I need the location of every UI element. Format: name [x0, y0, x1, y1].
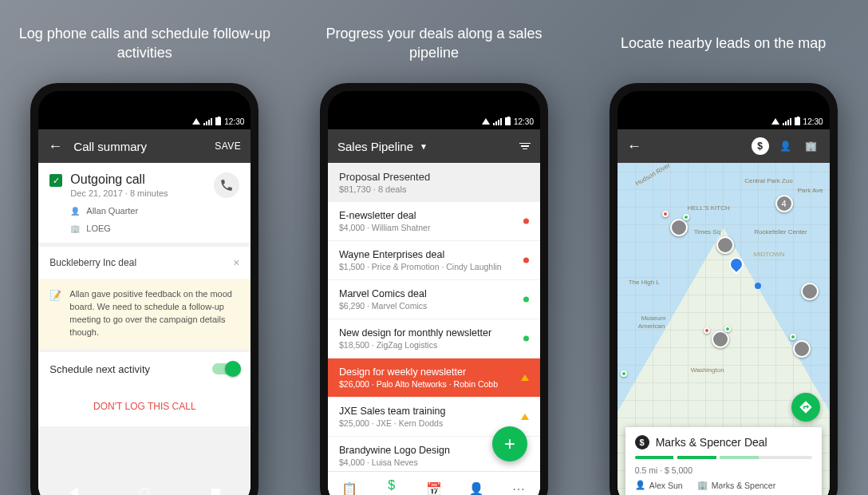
phone-frame: 12:30 ← Call summary SAVE ✓ Outgoing cal…	[30, 83, 258, 495]
deals-filter-icon[interactable]: $	[752, 137, 769, 155]
nav-home-icon[interactable]	[140, 488, 149, 495]
map-pin[interactable]	[712, 331, 729, 348]
map-pin-small[interactable]	[662, 211, 669, 217]
pipeline-dropdown[interactable]: Sales Pipeline	[337, 140, 413, 153]
nav-home-icon[interactable]	[719, 488, 728, 495]
map-pin[interactable]	[716, 236, 734, 254]
linked-deal-name: Buckleberry Inc deal	[49, 257, 136, 268]
battery-icon	[215, 117, 221, 125]
back-icon[interactable]: ←	[48, 138, 62, 155]
org-name: LOEG	[86, 224, 111, 233]
nav-recent-icon[interactable]	[790, 489, 799, 496]
poi-label: Hudson River	[634, 163, 671, 188]
person-icon: 👤	[70, 207, 80, 216]
map-pin-small[interactable]	[724, 326, 731, 332]
map-pin[interactable]	[670, 219, 688, 236]
nav-back-icon[interactable]	[359, 487, 368, 495]
deal-subtitle: $6,290 · Marvel Comics	[339, 301, 529, 311]
android-nav	[617, 482, 830, 495]
deal-title: Wayne Enterprises deal	[339, 249, 529, 260]
user-location-pin[interactable]	[726, 254, 746, 274]
map-pin-small[interactable]	[621, 370, 627, 377]
nav-recent-icon[interactable]	[500, 489, 509, 496]
contact-name: Allan Quarter	[86, 206, 138, 216]
status-bar: 12:30	[328, 113, 540, 129]
poi-label: HELL'S KITCH	[688, 204, 730, 212]
nav-recent-icon[interactable]	[211, 489, 220, 496]
appbar: Sales Pipeline ▼	[328, 129, 540, 163]
nav-home-icon[interactable]	[429, 488, 439, 495]
panel3-headline: Locate nearby leads on the map	[613, 22, 834, 64]
linked-deal-row[interactable]: Buckleberry Inc deal ×	[38, 246, 251, 279]
deal-row[interactable]: Design for weekly newsletter$26,000 · Pa…	[328, 358, 540, 398]
map-pin-small[interactable]	[704, 327, 710, 334]
status-bar: 12:30	[617, 113, 830, 129]
call-note[interactable]: 📝 Allan gave positive feedback on the mo…	[38, 279, 251, 349]
schedule-toggle[interactable]	[212, 363, 239, 374]
nav-back-icon[interactable]	[69, 487, 78, 495]
org-filter-icon[interactable]: 🏢	[803, 137, 820, 155]
deal-row[interactable]: Wayne Enterprises deal$1,500 · Price & P…	[328, 241, 540, 280]
deal-subtitle: $1,500 · Price & Promotion · Cindy Laugh…	[339, 262, 529, 271]
save-button[interactable]: SAVE	[215, 141, 241, 152]
status-dot-icon	[523, 219, 529, 224]
clock-text: 12:30	[803, 117, 823, 126]
deal-row[interactable]: Marvel Comics deal$6,290 · Marvel Comics	[328, 280, 540, 319]
directions-icon	[799, 400, 813, 414]
battery-icon	[795, 117, 800, 125]
poi-label: Times Sq	[694, 228, 721, 236]
appbar: ← $ 👤 🏢	[617, 129, 830, 163]
poi-label: Rockefeller Center	[754, 228, 807, 236]
stage-subtitle: $81,730 · 8 deals	[339, 184, 529, 194]
nav-back-icon[interactable]	[648, 487, 657, 495]
deal-title: Marvel Comics deal	[339, 288, 529, 299]
phone-frame: 12:30 ← $ 👤 🏢 Hudson River Central Park …	[610, 83, 838, 495]
add-deal-fab[interactable]: +	[492, 426, 527, 461]
call-subtitle: Dec 21, 2017 · 8 minutes	[70, 188, 206, 198]
poi-label: Central Park Zoo	[744, 177, 792, 184]
deal-title: New design for monthly newsletter	[339, 327, 529, 339]
money-icon: $	[635, 435, 649, 449]
status-dot-icon	[523, 297, 529, 303]
note-text: Allan gave positive feedback on the mood…	[69, 288, 239, 339]
schedule-next-row: Schedule next activity	[38, 352, 251, 386]
call-button[interactable]	[214, 172, 239, 198]
phone-icon	[219, 178, 234, 192]
cluster-pin[interactable]: 4	[775, 195, 793, 212]
dropdown-chevron-icon[interactable]: ▼	[420, 142, 428, 151]
map-pin[interactable]	[801, 283, 819, 300]
map-pin-small[interactable]	[683, 214, 689, 220]
appbar-title: Call summary	[73, 140, 147, 153]
dont-log-button[interactable]: DON'T LOG THIS CALL	[38, 386, 251, 426]
note-icon: 📝	[49, 289, 61, 339]
clock-text: 12:30	[224, 117, 244, 126]
panel1-headline: Log phone calls and schedule follow-up a…	[9, 22, 280, 64]
status-dot-icon	[523, 336, 529, 342]
contact-row[interactable]: 👤Allan Quarter	[49, 206, 239, 216]
deal-row[interactable]: E-newsletter deal$4,000 · William Shatne…	[328, 202, 540, 241]
people-filter-icon[interactable]: 👤	[777, 137, 795, 155]
poi-label: Museum	[641, 315, 666, 322]
remove-deal-icon[interactable]: ×	[233, 256, 239, 269]
map-pin[interactable]	[793, 340, 811, 358]
poi-label: Park Ave	[798, 187, 823, 194]
status-dot-icon	[523, 258, 529, 263]
building-icon: 🏢	[70, 224, 80, 233]
cell-signal-icon	[203, 118, 212, 125]
panel2-headline: Progress your deals along a sales pipeli…	[298, 22, 570, 64]
stage-title: Proposal Presented	[339, 171, 529, 183]
filter-icon[interactable]	[519, 143, 531, 150]
map-pin-small[interactable]	[790, 334, 796, 340]
back-icon[interactable]: ←	[627, 138, 641, 155]
deal-title: E-newsletter deal	[339, 210, 529, 221]
org-row[interactable]: 🏢LOEG	[49, 224, 239, 233]
checkbox-done-icon[interactable]: ✓	[49, 174, 62, 187]
deal-subtitle: $26,000 · Palo Alto Networks · Robin Cob…	[339, 379, 529, 389]
deal-row[interactable]: New design for monthly newsletter$18,500…	[328, 319, 540, 358]
directions-fab[interactable]	[791, 393, 820, 422]
stage-header[interactable]: Proposal Presented $81,730 · 8 deals	[328, 163, 540, 202]
deal-subtitle: $18,500 · ZigZag Logistics	[339, 340, 529, 350]
android-nav	[328, 482, 540, 495]
deal-subtitle: $25,000 · JXE · Kern Dodds	[339, 418, 529, 428]
android-nav	[38, 482, 251, 495]
